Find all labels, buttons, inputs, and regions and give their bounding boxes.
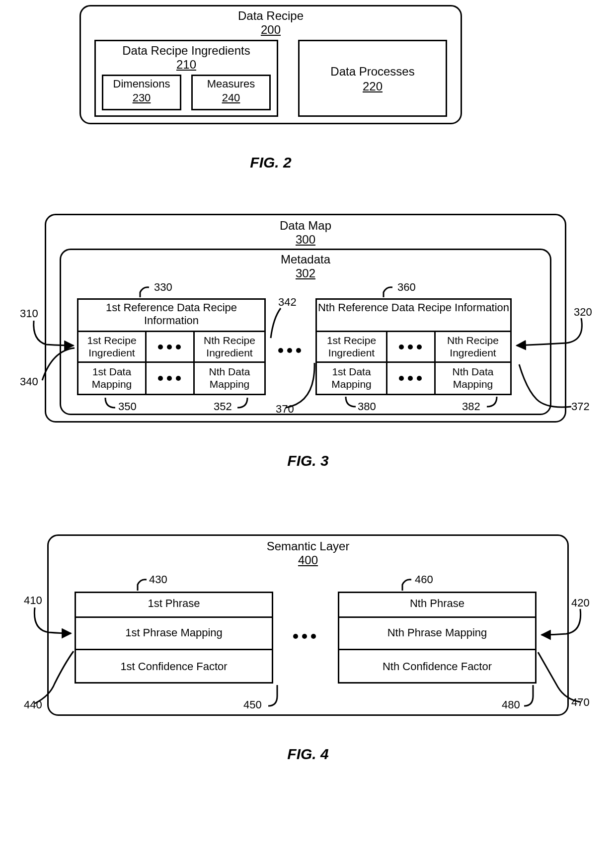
ellipsis-icon xyxy=(399,345,422,349)
leader-lines xyxy=(0,0,616,865)
fig3-meta-ref: 302 xyxy=(60,266,551,281)
fig2-dimensions-title: Dimensions xyxy=(102,78,181,90)
fig2-ingredients-ref: 210 xyxy=(94,58,278,72)
ellipsis-icon xyxy=(158,376,181,381)
ellipsis-icon xyxy=(399,376,422,381)
fig3-right-header: Nth Reference Data Recipe Information xyxy=(315,301,512,314)
fig4-left-row1: 1st Phrase xyxy=(75,597,273,610)
fig3-ref-320: 320 xyxy=(574,306,592,319)
fig3-right-r2c3-lbl: Nth Data Mapping xyxy=(434,365,512,390)
fig3-outer-title: Data Map xyxy=(45,219,566,233)
fig4-ref-420: 420 xyxy=(571,597,590,609)
fig3-left-r2c3-lbl: Nth Data Mapping xyxy=(193,365,266,390)
fig4-right-div2 xyxy=(338,649,537,650)
fig3-ref-310: 310 xyxy=(20,307,38,320)
fig3-ref-372: 372 xyxy=(571,400,590,413)
fig3-ref-382: 382 xyxy=(462,400,480,413)
fig4-ref-480: 480 xyxy=(502,698,520,711)
ellipsis-icon xyxy=(278,348,301,353)
fig3-left-r1c1-lbl: 1st Recipe Ingredient xyxy=(77,334,147,359)
ellipsis-icon xyxy=(293,634,316,639)
fig2-outer-ref: 200 xyxy=(79,23,462,37)
fig4-right-div1 xyxy=(338,616,537,618)
fig2-caption: FIG. 2 xyxy=(221,154,320,171)
fig3-right-r1c3-lbl: Nth Recipe Ingredient xyxy=(434,334,512,359)
fig4-right-row1: Nth Phrase xyxy=(338,597,537,610)
fig4-right-row2: Nth Phrase Mapping xyxy=(338,626,537,639)
fig4-outer-ref: 400 xyxy=(47,553,569,568)
fig3-ref-342: 342 xyxy=(278,296,297,309)
fig4-left-div2 xyxy=(75,649,273,650)
fig4-ref-470: 470 xyxy=(571,696,590,709)
fig3-ref-360: 360 xyxy=(397,281,416,294)
fig2-processes-title: Data Processes xyxy=(298,65,447,79)
fig4-left-div1 xyxy=(75,616,273,618)
fig4-ref-410: 410 xyxy=(24,594,42,607)
fig2-dimensions-ref: 230 xyxy=(102,91,181,104)
fig2-measures-title: Measures xyxy=(191,78,271,90)
fig3-ref-370: 370 xyxy=(276,403,294,416)
ellipsis-icon xyxy=(158,345,181,349)
fig3-ref-330: 330 xyxy=(154,281,172,294)
fig4-left-row2: 1st Phrase Mapping xyxy=(75,626,273,639)
fig3-left-r2c1-lbl: 1st Data Mapping xyxy=(77,365,147,390)
fig3-caption: FIG. 3 xyxy=(258,452,358,469)
diagram-stage: Data Recipe 200 Data Recipe Ingredients … xyxy=(0,0,616,865)
fig3-ref-350: 350 xyxy=(118,400,137,413)
fig4-ref-440: 440 xyxy=(24,698,42,711)
fig4-ref-460: 460 xyxy=(415,573,433,586)
fig4-ref-430: 430 xyxy=(149,573,167,586)
fig2-measures-ref: 240 xyxy=(191,91,271,104)
fig3-ref-340: 340 xyxy=(20,375,38,388)
fig3-right-r2c1-lbl: 1st Data Mapping xyxy=(315,365,387,390)
fig3-right-r1c1-lbl: 1st Recipe Ingredient xyxy=(315,334,387,359)
fig2-processes-ref: 220 xyxy=(298,80,447,94)
fig4-caption: FIG. 4 xyxy=(258,746,358,763)
fig3-left-r1c3-lbl: Nth Recipe Ingredient xyxy=(193,334,266,359)
fig3-ref-380: 380 xyxy=(358,400,376,413)
fig4-outer-title: Semantic Layer xyxy=(47,539,569,554)
fig4-right-row3: Nth Confidence Factor xyxy=(338,660,537,673)
fig3-outer-ref: 300 xyxy=(45,233,566,247)
fig3-ref-352: 352 xyxy=(214,400,232,413)
fig3-meta-title: Metadata xyxy=(60,253,551,267)
fig4-left-row3: 1st Confidence Factor xyxy=(75,660,273,673)
fig2-ingredients-title: Data Recipe Ingredients xyxy=(94,44,278,58)
fig2-outer-title: Data Recipe xyxy=(79,9,462,23)
fig4-ref-450: 450 xyxy=(243,698,262,711)
fig3-left-header: 1st Reference Data Recipe Information xyxy=(77,301,266,328)
